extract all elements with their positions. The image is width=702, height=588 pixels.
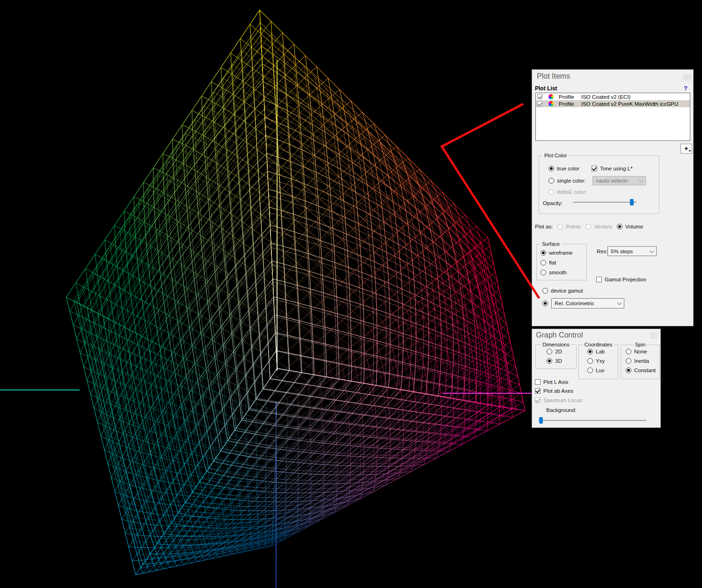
dimensions-legend: Dimensions — [541, 342, 570, 347]
plot-as-points-radio — [557, 224, 563, 229]
plot-as-points-label: Points — [566, 224, 581, 229]
coordinates-lab-label: Lab — [596, 349, 605, 354]
true-color-label: true color — [557, 166, 579, 171]
plot-list-row[interactable]: Profile ISO Coated v2 PureK MaxWidth icc… — [536, 100, 690, 107]
dimensions-group: Dimensions 2D 3D — [535, 345, 577, 369]
plot-l-axis-checkbox[interactable] — [535, 379, 541, 385]
graph-control-panel: Graph Control × Dimensions 2D 3D Coordin… — [532, 329, 661, 428]
plot-as-label: Plot as: — [535, 224, 553, 229]
device-gamut-label: device gamut — [551, 288, 583, 294]
chevron-down-icon — [617, 301, 622, 305]
single-color-radio[interactable] — [548, 178, 554, 184]
surface-flat-radio[interactable] — [541, 260, 546, 265]
gamut-projection-checkbox[interactable] — [596, 277, 602, 282]
coordinates-group: Coordinates Lab Yxy Luv — [578, 345, 618, 379]
dimensions-3d-radio[interactable] — [547, 358, 552, 364]
spin-constant-radio[interactable] — [626, 368, 631, 373]
spin-inertia-label: Inertia — [634, 358, 649, 364]
dimensions-2d-radio[interactable] — [547, 349, 552, 354]
opacity-slider[interactable] — [573, 198, 636, 206]
plot-as-vectors-label: Vectors — [594, 224, 612, 229]
gamut-projection-label: Gamut Projection — [605, 277, 646, 282]
coordinates-lab-radio[interactable] — [587, 349, 593, 354]
rendering-intent-value: Rel. Colorimetric — [555, 301, 594, 306]
coordinates-legend: Coordinates — [583, 342, 614, 347]
deltae-color-radio — [548, 189, 554, 195]
spin-group: Spin None Inertia Constant — [621, 345, 660, 379]
dimensions-2d-label: 2D — [555, 349, 562, 354]
plot-color-legend: Plot Color — [543, 153, 568, 158]
row-type: Profile — [559, 94, 581, 100]
row-profile-name: ISO Coated v2 PureK MaxWidth iccGPU — [581, 101, 678, 107]
chevron-down-icon — [650, 248, 654, 253]
plot-ab-axes-checkbox[interactable] — [535, 388, 541, 394]
rendering-intent-radio[interactable] — [542, 301, 548, 306]
single-color-dropdown: <auto select> — [592, 176, 646, 185]
coordinates-yxy-label: Yxy — [596, 358, 605, 364]
true-color-radio[interactable] — [548, 166, 554, 171]
surface-group: Surface wireframe flat smooth — [536, 244, 587, 280]
surface-wireframe-radio[interactable] — [541, 250, 546, 256]
plot-list-row[interactable]: Profile ISO Coated v2 (ECI) — [536, 93, 690, 100]
background-slider-thumb[interactable] — [539, 417, 543, 424]
spectrum-locus-label: Spectrum Locus — [543, 397, 582, 403]
background-label: Background: — [546, 407, 577, 413]
spectrum-locus-checkbox — [535, 397, 541, 403]
single-color-label: single color: — [557, 178, 585, 184]
device-gamut-radio[interactable] — [542, 288, 548, 294]
opacity-slider-thumb[interactable] — [630, 199, 634, 206]
surface-smooth-radio[interactable] — [541, 270, 546, 275]
plot-as-volume-label: Volume — [625, 224, 643, 229]
tone-using-l-checkbox[interactable] — [592, 166, 597, 171]
dimensions-3d-label: 3D — [555, 358, 562, 364]
opacity-label: Opacity: — [543, 200, 563, 206]
plot-ab-axes-label: Plot ab Axes — [543, 388, 573, 394]
coordinates-yxy-radio[interactable] — [587, 358, 593, 364]
graph-control-title: Graph Control — [536, 331, 583, 339]
surface-wireframe-label: wireframe — [549, 250, 572, 256]
background-slider-track — [539, 420, 646, 421]
opacity-slider-track — [573, 202, 636, 203]
single-color-value: <auto select> — [596, 178, 628, 184]
plot-list-header: Plot List — [535, 85, 557, 92]
spin-constant-label: Constant — [634, 368, 656, 373]
surface-flat-label: flat — [549, 260, 556, 265]
profile-color-wheel-icon — [548, 94, 554, 99]
deltae-color-label: deltaE color: — [557, 189, 587, 195]
spin-none-radio[interactable] — [626, 349, 631, 354]
rendering-intent-dropdown[interactable]: Rel. Colorimetric — [551, 298, 624, 309]
spin-legend: Spin — [634, 342, 647, 347]
plot-as-volume-radio[interactable] — [617, 224, 622, 229]
chevron-down-icon — [639, 178, 644, 183]
row-profile-name: ISO Coated v2 (ECI) — [581, 94, 630, 100]
close-icon[interactable]: × — [682, 74, 691, 81]
row-visible-checkbox[interactable] — [537, 94, 542, 99]
plot-list-listbox: Profile ISO Coated v2 (ECI) Profile ISO … — [535, 93, 690, 141]
res-value: 5% steps — [611, 249, 633, 254]
help-icon[interactable]: ? — [684, 85, 687, 92]
surface-smooth-label: smooth — [549, 270, 567, 275]
res-label: Res: — [597, 249, 608, 254]
spin-none-label: None — [634, 349, 647, 354]
add-profile-button[interactable]: + — [680, 144, 692, 154]
surface-legend: Surface — [541, 241, 561, 247]
row-type: Profile — [559, 101, 581, 107]
close-icon[interactable]: × — [650, 332, 657, 339]
coordinates-luv-label: Luv — [596, 368, 605, 373]
profile-color-wheel-icon — [548, 101, 554, 106]
res-dropdown[interactable]: 5% steps — [607, 246, 657, 256]
coordinates-luv-radio[interactable] — [587, 368, 593, 373]
tone-using-l-label: Tone using L* — [600, 166, 633, 171]
plot-color-group: Plot Color true color Tone using L* sing… — [539, 155, 659, 214]
plot-items-title: Plot Items — [537, 72, 570, 81]
spin-inertia-radio[interactable] — [626, 358, 631, 364]
plot-as-vectors-radio — [585, 224, 591, 229]
plot-items-panel: Plot Items × Plot List ? Profile ISO Coa… — [532, 69, 694, 326]
plot-l-axis-label: Plot L Axis — [543, 379, 568, 385]
background-slider[interactable] — [539, 417, 646, 424]
row-visible-checkbox[interactable] — [537, 101, 542, 106]
